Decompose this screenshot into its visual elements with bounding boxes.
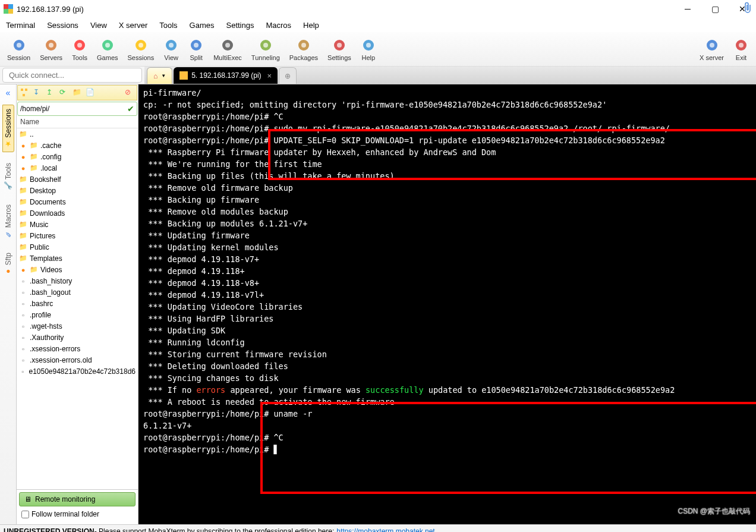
file-item[interactable]: ▫.xsession-errors (17, 343, 138, 354)
toolbar-xserver[interactable]: X server (695, 37, 729, 61)
menu-sessions[interactable]: Sessions (41, 18, 84, 32)
toolbar-settings[interactable]: Settings (323, 37, 356, 61)
side-tab-sessions[interactable]: ★ Sessions (2, 105, 14, 152)
check-icon: ✔ (127, 104, 134, 114)
status-link[interactable]: https://mobaxterm.mobatek.net (336, 527, 434, 533)
terminal-output[interactable]: pi-firmware/cp: -r not specified; omitti… (138, 84, 756, 524)
folder-icon: 📁 (19, 175, 27, 184)
file-icon: ▫ (19, 300, 27, 308)
tree-icon[interactable] (20, 88, 30, 97)
menu-macros[interactable]: Macros (260, 18, 297, 32)
toolbar-tools[interactable]: Tools (67, 37, 92, 61)
file-item[interactable]: 📁Templates (17, 253, 138, 264)
terminal-line: pi-firmware/ (143, 87, 751, 99)
svg-point-21 (263, 43, 268, 48)
svg-rect-32 (21, 89, 23, 91)
file-item[interactable]: ▫.xsession-errors.old (17, 354, 138, 366)
menu-settings[interactable]: Settings (220, 18, 260, 32)
follow-checkbox-input[interactable] (21, 511, 29, 518)
menu-terminal[interactable]: Terminal (0, 18, 41, 32)
side-tab-sftp[interactable]: ● Sftp (3, 249, 14, 279)
toolbar-exit[interactable]: Exit (729, 37, 754, 61)
new-tab-button[interactable]: ⊕ (279, 67, 297, 84)
monitor-icon: 🖥 (24, 495, 32, 503)
svg-rect-2 (4, 9, 8, 14)
menu-help[interactable]: Help (297, 18, 325, 32)
file-item[interactable]: ●📁.cache (17, 140, 138, 151)
file-item[interactable]: ▫.wget-hsts (17, 320, 138, 332)
toolbar-packages[interactable]: Packages (285, 37, 323, 61)
file-item[interactable]: 📁Desktop (17, 185, 138, 196)
svg-point-31 (739, 43, 744, 48)
toolbar-help[interactable]: Help (356, 37, 381, 61)
toolbar-tunneling[interactable]: Tunneling (247, 37, 285, 61)
menu-x-server[interactable]: X server (113, 18, 153, 32)
file-item[interactable]: 📁.. (17, 128, 138, 140)
sftp-column-header[interactable]: Name (17, 117, 138, 128)
file-item[interactable]: ●📁Videos (17, 264, 138, 275)
new-folder-icon[interactable]: 📁 (73, 88, 82, 97)
file-item[interactable]: ▫.profile (17, 309, 138, 320)
home-tab[interactable]: ⌂ ▼ (147, 67, 172, 84)
svg-rect-34 (23, 94, 25, 96)
refresh-icon[interactable]: ⟳ (59, 88, 69, 97)
file-item[interactable]: ▫.bash_logout (17, 287, 138, 298)
terminal-line: *** Backing up modules 6.1.21-v7+ (143, 218, 751, 229)
file-item[interactable]: ●📁.config (17, 151, 138, 162)
xserver-icon (704, 37, 720, 53)
file-item[interactable]: 📁Pictures (17, 230, 138, 241)
paperclip-icon[interactable] (741, 1, 754, 16)
file-item[interactable]: ▫.bash_history (17, 275, 138, 287)
side-tab-tools[interactable]: 🔧 Tools (3, 159, 14, 194)
maximize-button[interactable]: ▢ (701, 0, 729, 18)
toolbar-split[interactable]: Split (184, 37, 209, 61)
sftp-path-bar[interactable]: /home/pi/ ✔ (17, 102, 137, 116)
menu-view[interactable]: View (84, 18, 113, 32)
terminal-line: root@raspberrypi:/home/pi# ▋ (143, 443, 751, 455)
file-item[interactable]: ●📁.local (17, 162, 138, 174)
svg-point-19 (225, 43, 230, 48)
toolbar-view[interactable]: View (159, 37, 184, 61)
collapse-sidebar-icon[interactable]: « (6, 88, 11, 97)
toolbar-multiexec[interactable]: MultiExec (209, 37, 247, 61)
folder-icon: 📁 (19, 209, 27, 218)
file-item[interactable]: ▫.Xauthority (17, 332, 138, 343)
svg-point-13 (138, 43, 143, 48)
file-item[interactable]: 📁Music (17, 219, 138, 230)
games-icon (100, 37, 115, 53)
new-file-icon[interactable]: 📄 (86, 88, 95, 97)
file-item[interactable]: ▫e1050e94821a70b2e4c72b318d6 (17, 366, 138, 377)
file-list[interactable]: 📁..●📁.cache●📁.config●📁.local📁Bookshelf📁D… (17, 128, 138, 489)
toolbar-servers[interactable]: Servers (35, 37, 67, 61)
toolbar-sessions[interactable]: Sessions (123, 37, 159, 61)
remote-monitoring-button[interactable]: 🖥 Remote monitoring (19, 492, 136, 506)
folder-icon: 📁 (19, 232, 27, 240)
macro-icon: ✎ (4, 230, 12, 238)
upload-icon[interactable]: ↥ (46, 88, 56, 97)
file-item[interactable]: 📁Documents (17, 196, 138, 207)
file-item[interactable]: ▫.bashrc (17, 298, 138, 309)
quick-connect-input[interactable] (2, 68, 142, 83)
folder-icon: 📁 (19, 198, 27, 206)
terminal-line: *** Storing current firmware revision (143, 348, 751, 360)
file-item[interactable]: 📁Public (17, 241, 138, 253)
terminal-line: *** Raspberry Pi firmware updater by Hex… (143, 146, 751, 158)
file-item[interactable]: 📁Bookshelf (17, 174, 138, 185)
menu-tools[interactable]: Tools (153, 18, 183, 32)
menu-games[interactable]: Games (184, 18, 220, 32)
tab-close-button[interactable]: × (265, 71, 275, 80)
follow-terminal-checkbox[interactable]: Follow terminal folder (19, 506, 136, 522)
toolbar-session[interactable]: Session (2, 37, 35, 61)
file-icon: ▫ (19, 356, 27, 364)
file-item[interactable]: 📁Downloads (17, 207, 138, 219)
tools-icon: 🔧 (4, 181, 12, 190)
session-tab-active[interactable]: 5. 192.168.137.99 (pi) × (174, 67, 278, 84)
toolbar-games[interactable]: Games (92, 37, 122, 61)
side-tab-macros[interactable]: ✎ Macros (3, 201, 14, 242)
delete-icon[interactable]: ⊘ (125, 88, 134, 97)
indicator-icon: ● (19, 153, 27, 161)
terminal-pane[interactable]: pi-firmware/cp: -r not specified; omitti… (138, 84, 756, 524)
minimize-button[interactable]: ─ (674, 0, 701, 18)
download-icon[interactable]: ↧ (33, 88, 43, 97)
terminal-line: *** Syncing changes to disk (143, 372, 751, 384)
